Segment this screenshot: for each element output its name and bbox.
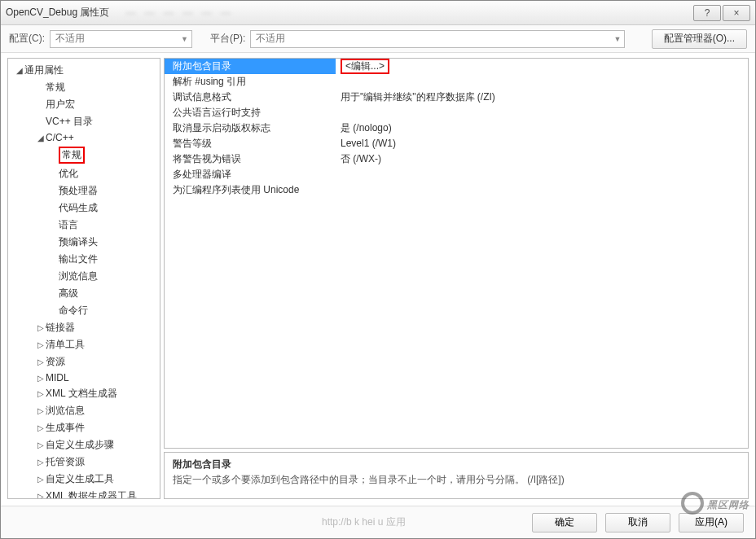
expand-icon: ▷ [36,389,46,398]
config-label: 配置(C): [9,32,45,46]
expand-icon: ▷ [36,374,46,383]
tree-item[interactable]: ▷XML 文档生成器 [10,385,158,402]
property-tree[interactable]: ◢通用属性常规用户宏VC++ 目录◢C/C++常规优化预处理器代码生成语言预编译… [7,58,160,499]
tree-item[interactable]: 命令行 [10,302,158,319]
grid-row[interactable]: 警告等级Level1 (/W1) [165,136,748,151]
property-value[interactable]: 否 (/WX-) [336,151,748,167]
property-value[interactable] [336,182,748,198]
tree-item[interactable]: ◢通用属性 [10,62,158,79]
tree-item-label: 清单工具 [46,338,85,352]
tree-item[interactable]: 高级 [10,285,158,302]
tree-item-label: 常规 [46,81,65,94]
chevron-down-icon: ▼ [181,35,188,43]
expand-icon: ◢ [36,134,46,142]
tree-item-label: 通用属性 [24,64,64,77]
tree-item-label: 浏览信息 [59,270,98,283]
property-name: 为汇编程序列表使用 Unicode [165,182,336,198]
expand-icon: ▷ [36,406,46,415]
property-name: 公共语言运行时支持 [165,105,336,121]
expand-icon: ▷ [36,492,46,499]
tree-item[interactable]: ▷自定义生成工具 [10,471,158,488]
tree-item-label: 用户宏 [46,98,75,112]
tree-item[interactable]: 浏览信息 [10,268,158,285]
tree-item[interactable]: ▷生成事件 [10,419,158,436]
tree-item[interactable]: 常规 [10,79,158,96]
property-value[interactable] [336,105,748,121]
tree-item[interactable]: ▷XML 数据生成器工具 [10,488,158,499]
tree-item-label: XML 数据生成器工具 [46,489,137,499]
right-pane: ▼ 附加包含目录<编辑...>解析 #using 引用调试信息格式用于"编辑并继… [164,58,749,499]
property-name: 附加包含目录 [165,59,336,74]
expand-icon: ▷ [36,440,46,449]
expand-icon: ▷ [36,340,46,349]
tree-item-label: MIDL [46,372,69,383]
property-value[interactable]: 用于"编辑并继续"的程序数据库 (/ZI) [336,90,748,105]
expand-icon: ◢ [15,66,24,75]
tree-item-label: 生成事件 [46,421,85,435]
help-button[interactable]: ? [693,5,721,21]
tree-item[interactable]: 常规 [10,145,158,165]
tree-item-label: 预编译头 [59,235,98,249]
platform-combo[interactable]: 不适用 ▼ [250,30,625,48]
tree-item[interactable]: ▷MIDL [10,370,158,385]
tree-item[interactable]: 预处理器 [10,182,158,199]
description-panel: 附加包含目录 指定一个或多个要添加到包含路径中的目录；当目录不止一个时，请用分号… [164,452,749,499]
grid-row[interactable]: 公共语言运行时支持 [165,105,748,121]
grid-row[interactable]: 为汇编程序列表使用 Unicode [165,182,748,198]
tree-item[interactable]: VC++ 目录 [10,113,158,130]
tree-item[interactable]: ▷托管资源 [10,454,158,471]
tree-item-label: 命令行 [59,304,88,318]
config-manager-label: 配置管理器(O)... [664,32,735,46]
tree-item[interactable]: 预编译头 [10,234,158,251]
apply-button[interactable]: 应用(A) [679,513,744,532]
tree-item[interactable]: ▷浏览信息 [10,402,158,419]
content-area: ◢通用属性常规用户宏VC++ 目录◢C/C++常规优化预处理器代码生成语言预编译… [1,53,755,506]
tree-item[interactable]: 优化 [10,165,158,182]
ok-button[interactable]: 确定 [532,513,597,532]
tree-item-label: 常规 [59,147,85,164]
grid-row[interactable]: 将警告视为错误否 (/WX-) [165,151,748,167]
grid-row[interactable]: 解析 #using 引用 [165,74,748,90]
description-title: 附加包含目录 [173,458,740,471]
platform-label: 平台(P): [210,32,245,46]
config-manager-button[interactable]: 配置管理器(O)... [652,29,747,49]
property-value[interactable]: 是 (/nologo) [336,121,748,136]
config-combo[interactable]: 不适用 ▼ [50,30,192,48]
platform-value: 不适用 [256,32,285,46]
cancel-button[interactable]: 取消 [605,513,670,532]
grid-row[interactable]: 多处理器编译 [165,167,748,182]
tree-item-label: 优化 [59,167,78,181]
tree-item-label: 自定义生成工具 [46,472,114,486]
expand-icon: ▷ [36,475,46,484]
tree-item[interactable]: 代码生成 [10,199,158,217]
tree-item[interactable]: ▷自定义生成步骤 [10,436,158,454]
grid-row[interactable]: 附加包含目录<编辑...> [165,59,748,74]
property-value[interactable] [336,167,748,182]
property-page-window: OpenCV_Debug 属性页 — — — — — — ? × 配置(C): … [0,0,756,539]
grid-row[interactable]: 取消显示启动版权标志是 (/nologo) [165,121,748,136]
property-value[interactable]: Level1 (/W1) [336,136,748,151]
property-grid[interactable]: ▼ 附加包含目录<编辑...>解析 #using 引用调试信息格式用于"编辑并继… [164,58,749,449]
tree-item[interactable]: 输出文件 [10,251,158,268]
tree-item-label: XML 文档生成器 [46,387,117,401]
property-value[interactable]: <编辑...> [336,59,748,74]
close-button[interactable]: × [723,5,750,21]
tree-item-label: 托管资源 [46,455,85,469]
tree-item[interactable]: ▷资源 [10,353,158,370]
property-name: 多处理器编译 [165,167,336,182]
tree-item[interactable]: ▷清单工具 [10,336,158,353]
property-value[interactable] [336,74,748,90]
tree-item-label: 资源 [46,355,65,369]
footer: http://b k hei u 应用 确定 取消 应用(A) [1,506,755,538]
config-value: 不适用 [55,32,85,46]
tree-item[interactable]: ▷链接器 [10,319,158,336]
titlebar[interactable]: OpenCV_Debug 属性页 — — — — — — ? × [1,1,755,25]
tree-item[interactable]: 用户宏 [10,96,158,113]
edit-link[interactable]: <编辑...> [341,59,389,74]
expand-icon: ▷ [36,458,46,467]
tree-item[interactable]: 语言 [10,217,158,234]
tree-item[interactable]: ◢C/C++ [10,130,158,145]
property-name: 警告等级 [165,136,336,151]
grid-row[interactable]: 调试信息格式用于"编辑并继续"的程序数据库 (/ZI) [165,90,748,105]
tree-item-label: 输出文件 [59,252,98,266]
